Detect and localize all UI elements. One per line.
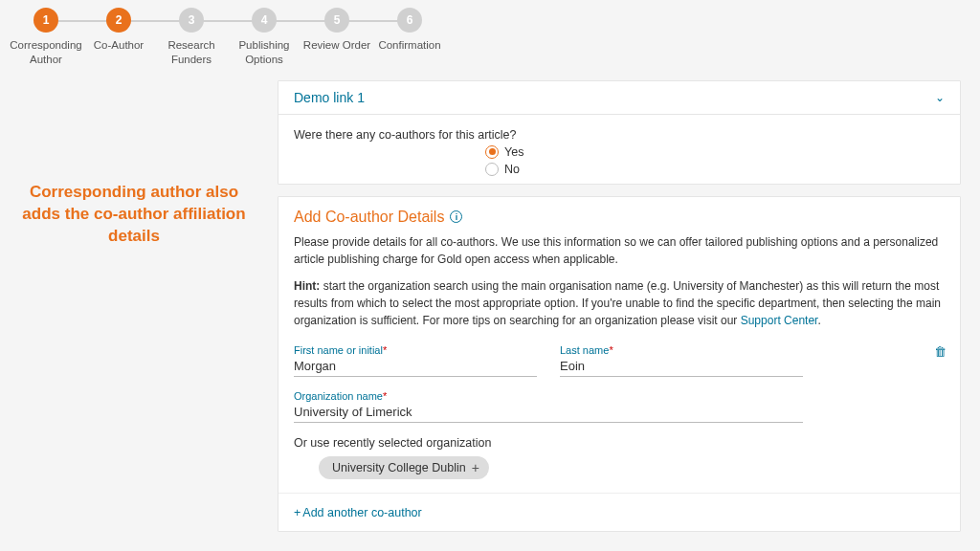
radio-icon-unselected [485,163,499,176]
step-label: Confirmation [378,38,440,53]
first-name-label: First name or initial* [294,344,537,356]
step-corresponding-author[interactable]: 1 Corresponding Author [10,8,82,67]
annotation-text: Corresponding author also adds the co-au… [10,80,258,532]
recent-org-label: Or use recently selected organization [294,436,945,450]
step-confirmation[interactable]: 6 Confirmation [373,8,446,53]
chevron-down-icon: ⌄ [935,91,945,104]
demo-link-panel: Demo link 1 ⌄ Were there any co-authors … [278,80,961,185]
step-number: 2 [106,8,131,33]
radio-no[interactable]: No [485,163,945,176]
step-label: Review Order [303,38,370,53]
step-label: Co-Author [94,38,144,53]
support-center-link[interactable]: Support Center [741,314,818,327]
step-number: 6 [397,8,422,33]
section-hint: Hint: start the organization search usin… [294,277,945,329]
step-label: Corresponding Author [10,38,82,67]
last-name-input[interactable] [560,357,803,377]
step-number: 1 [33,8,58,33]
recent-org-chip[interactable]: University College Dublin + [319,456,489,479]
step-label: Research Funders [155,38,228,67]
step-number: 3 [179,8,204,33]
step-publishing-options[interactable]: 4 Publishing Options [228,8,301,67]
organization-input[interactable] [294,403,803,423]
step-co-author[interactable]: 2 Co-Author [82,8,155,53]
organization-label: Organization name* [294,390,803,402]
step-number: 5 [324,8,349,33]
trash-icon[interactable]: 🗑 [934,344,947,359]
step-number: 4 [252,8,277,33]
radio-label: Yes [504,145,523,159]
chip-label: University College Dublin [332,461,466,474]
section-description: Please provide details for all co-author… [294,233,945,268]
last-name-label: Last name* [560,344,803,356]
plus-icon: + [472,460,479,475]
info-icon[interactable]: i [450,210,462,223]
accordion-title: Demo link 1 [294,90,365,105]
radio-icon-selected [485,145,499,159]
stepper: 1 Corresponding Author 2 Co-Author 3 Res… [10,8,970,67]
radio-yes[interactable]: Yes [485,145,945,159]
step-review-order[interactable]: 5 Review Order [301,8,373,53]
add-another-coauthor-link[interactable]: +Add another co-author [294,506,422,519]
section-title: Add Co-author Details i [278,197,960,231]
coauthor-details-panel: Add Co-author Details i Please provide d… [278,196,961,532]
coauthor-question: Were there any co-authors for this artic… [294,128,945,142]
radio-label: No [504,163,520,176]
step-label: Publishing Options [228,38,301,67]
accordion-header[interactable]: Demo link 1 ⌄ [278,81,960,114]
plus-icon: + [294,506,301,519]
step-research-funders[interactable]: 3 Research Funders [155,8,228,67]
first-name-input[interactable] [294,357,537,377]
